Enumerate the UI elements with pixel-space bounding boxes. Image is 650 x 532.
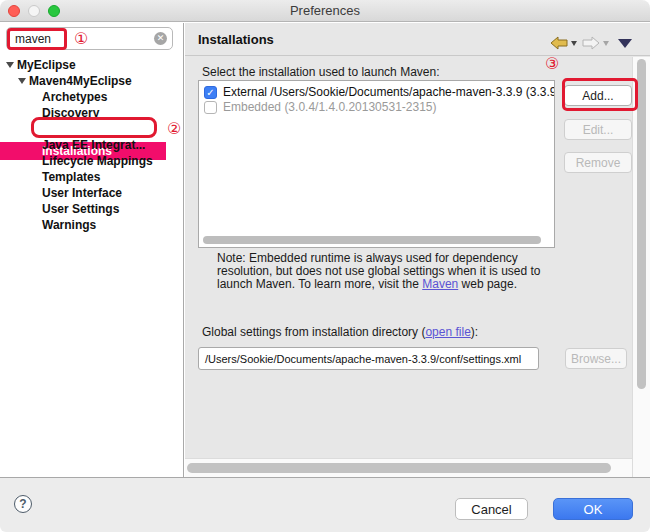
note-line-3: launch Maven. To learn more, visit the xyxy=(217,277,422,291)
note-line-1: Note: Embedded runtime is always used fo… xyxy=(217,251,518,265)
sidebar-item-user-settings[interactable]: User Settings xyxy=(0,201,184,217)
forward-arrow-icon[interactable] xyxy=(582,36,600,50)
dialog-footer: ? Cancel OK xyxy=(0,477,650,532)
title-bar: Preferences xyxy=(0,0,650,22)
panel-vertical-scrollbar-track xyxy=(632,57,650,477)
installations-list: ✓ External /Users/Sookie/Documents/apach… xyxy=(198,80,555,248)
back-arrow-icon[interactable] xyxy=(550,36,568,50)
select-installation-label: Select the installation used to launch M… xyxy=(202,65,439,79)
panel-horizontal-scrollbar-track xyxy=(185,458,632,477)
global-settings-label: Global settings from installation direct… xyxy=(202,325,478,339)
installation-row-embedded[interactable]: Embedded (3.0.4/1.4.0.20130531-2315) xyxy=(199,100,554,115)
back-menu-caret-icon[interactable] xyxy=(571,41,577,46)
checkbox-checked-icon[interactable]: ✓ xyxy=(204,86,217,99)
installation-row-external[interactable]: ✓ External /Users/Sookie/Documents/apach… xyxy=(199,85,554,100)
add-button[interactable]: Add... xyxy=(564,85,632,106)
window-title: Preferences xyxy=(0,3,650,18)
browse-button[interactable]: Browse... xyxy=(565,348,627,369)
settings-path-field[interactable]: /Users/Sookie/Documents/apache-maven-3.3… xyxy=(198,347,539,370)
preferences-sidebar: maven ✕ MyEclipse Maven4MyEclipse Archet… xyxy=(0,23,184,477)
preferences-tree: MyEclipse Maven4MyEclipse Archetypes Dis… xyxy=(0,23,184,477)
sidebar-item-maven4myeclipse[interactable]: Maven4MyEclipse xyxy=(0,73,184,89)
tree-item-label: Archetypes xyxy=(42,89,107,105)
history-nav xyxy=(550,35,640,53)
global-label-text: Global settings from installation direct… xyxy=(202,325,425,339)
maven-link[interactable]: Maven xyxy=(422,277,458,291)
tree-item-label: Lifecycle Mappings xyxy=(42,153,153,169)
edit-button[interactable]: Edit... xyxy=(564,119,632,140)
sidebar-item-discovery[interactable]: Discovery xyxy=(0,105,184,121)
panel-horizontal-scrollbar[interactable] xyxy=(187,463,611,473)
installation-label: Embedded (3.0.4/1.4.0.20130531-2315) xyxy=(223,100,437,115)
disclosure-triangle-icon[interactable] xyxy=(18,78,26,84)
list-horizontal-scrollbar[interactable] xyxy=(203,236,541,244)
view-menu-icon[interactable] xyxy=(618,39,632,48)
settings-path-value: /Users/Sookie/Documents/apache-maven-3.3… xyxy=(205,353,521,365)
tree-item-label: User Settings xyxy=(42,201,119,217)
tree-item-label: MyEclipse xyxy=(17,57,76,73)
cancel-button[interactable]: Cancel xyxy=(455,498,528,520)
tree-item-label: Java EE Integrat... xyxy=(42,137,145,153)
tree-item-label: Discovery xyxy=(42,105,99,121)
sidebar-item-templates[interactable]: Templates xyxy=(0,169,184,185)
sidebar-item-archetypes[interactable]: Archetypes xyxy=(0,89,184,105)
note-line-2: resolution, but does not use global sett… xyxy=(217,264,541,278)
help-button[interactable]: ? xyxy=(14,495,32,513)
page-title: Installations xyxy=(198,32,274,47)
note-line-3-end: web page. xyxy=(458,277,517,291)
tree-item-label: User Interface xyxy=(42,185,122,201)
installation-label: External /Users/Sookie/Documents/apache-… xyxy=(223,85,554,100)
sidebar-item-myeclipse[interactable]: MyEclipse xyxy=(0,57,184,73)
preferences-window: Preferences maven ✕ MyEclipse Maven4MyEc… xyxy=(0,0,650,532)
tree-item-label: Templates xyxy=(42,169,100,185)
open-file-link[interactable]: open file xyxy=(425,325,470,339)
tree-item-label: Warnings xyxy=(42,217,96,233)
disclosure-triangle-icon[interactable] xyxy=(6,62,14,68)
sidebar-item-lifecycle-mappings[interactable]: Lifecycle Mappings xyxy=(0,153,184,169)
installations-panel: Installations Select the installation us… xyxy=(185,23,650,477)
checkbox-unchecked-icon[interactable] xyxy=(204,101,217,114)
panel-vertical-scrollbar[interactable] xyxy=(637,59,646,389)
global-label-end: ): xyxy=(471,325,478,339)
embedded-runtime-note: Note: Embedded runtime is always used fo… xyxy=(217,252,577,291)
tree-item-label: Maven4MyEclipse xyxy=(29,73,132,89)
sidebar-item-warnings[interactable]: Warnings xyxy=(0,217,184,233)
sidebar-item-java-ee-integration[interactable]: Java EE Integrat... xyxy=(0,137,184,153)
sidebar-item-user-interface[interactable]: User Interface xyxy=(0,185,184,201)
ok-button[interactable]: OK xyxy=(553,498,633,520)
panel-header: Installations xyxy=(185,23,650,56)
remove-button[interactable]: Remove xyxy=(564,152,632,173)
forward-menu-caret-icon[interactable] xyxy=(603,41,609,46)
